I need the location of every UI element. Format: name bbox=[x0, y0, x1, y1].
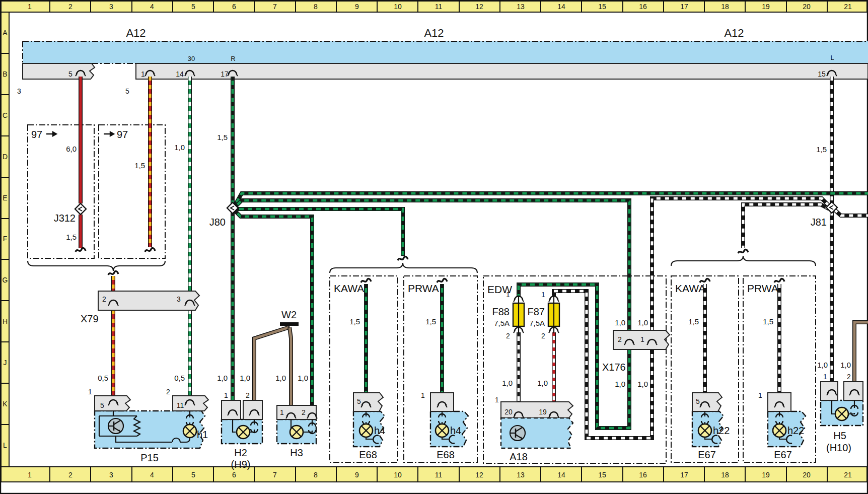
f88-rating: 7,5A bbox=[494, 319, 510, 327]
bottom-ruler-numbers: 1 2 3 4 5 6 7 8 9 10 11 12 13 14 15 16 1… bbox=[28, 471, 852, 479]
h2-pin-2: 2 bbox=[246, 391, 250, 399]
row-letter: G bbox=[3, 276, 8, 284]
h2-label: H2 bbox=[234, 447, 247, 458]
ruler-cell: 15 bbox=[598, 471, 606, 479]
row-letter: J bbox=[4, 359, 7, 367]
transistor-icon bbox=[108, 418, 123, 434]
row-letter: B bbox=[3, 70, 7, 78]
ruler-cell: 10 bbox=[394, 3, 402, 11]
wiring-diagram-page: 1 2 3 4 5 6 7 8 9 10 11 12 13 14 15 16 1… bbox=[0, 0, 868, 494]
ruler-cell: 14 bbox=[557, 471, 565, 479]
lamp-icon bbox=[237, 426, 250, 439]
gauge-label: 1,0 bbox=[537, 379, 548, 387]
gauge-label: 1,0 bbox=[615, 318, 625, 327]
e67-kawa-lamp-label: h22 bbox=[713, 425, 730, 436]
gauge-label: 1,0 bbox=[840, 361, 851, 369]
top-ruler-numbers: 1 2 3 4 5 6 7 8 9 10 11 12 13 14 15 16 1… bbox=[28, 3, 852, 11]
strip-outer-3: 3 bbox=[17, 87, 21, 95]
a18-pin-19: 19 bbox=[539, 408, 547, 416]
p15-label: P15 bbox=[140, 452, 159, 463]
ruler-cell: 11 bbox=[435, 3, 443, 11]
h5-pin-2: 2 bbox=[847, 373, 851, 381]
row-letter: K bbox=[3, 400, 8, 408]
component-w2: W2 bbox=[280, 309, 299, 328]
p15-pin-5: 5 bbox=[100, 401, 104, 409]
row-letter: D bbox=[3, 153, 8, 161]
h2-pin-1: 1 bbox=[224, 391, 228, 399]
gauge-label: 1,5 bbox=[763, 317, 773, 326]
top-ruler-band bbox=[1, 1, 867, 12]
gauge-label: 1,5 bbox=[134, 161, 145, 170]
ruler-cell: 10 bbox=[394, 471, 402, 479]
ruler-cell: 12 bbox=[475, 471, 483, 479]
f87-pin-2: 2 bbox=[541, 332, 545, 340]
f87-label: F87 bbox=[528, 306, 545, 317]
ruler-cell: 3 bbox=[109, 471, 113, 479]
h5-label: H5 bbox=[833, 430, 846, 441]
x79-pin-2: 2 bbox=[102, 295, 106, 303]
gauge-label: 6,0 bbox=[66, 145, 77, 153]
bus-label: A12 bbox=[724, 27, 744, 39]
e68-kawa-pin-5: 5 bbox=[357, 397, 361, 405]
row-letter: H bbox=[3, 317, 8, 325]
transistor-icon bbox=[510, 426, 525, 441]
ruler-cell: 18 bbox=[721, 3, 729, 11]
ruler-cell: 21 bbox=[844, 3, 852, 11]
gauge-label: 0,5 bbox=[174, 374, 185, 382]
strip-pin-5: 5 bbox=[68, 70, 73, 78]
gauge-label: 1,0 bbox=[637, 380, 648, 388]
ruler-cell: 15 bbox=[598, 3, 606, 11]
p15-conn-2: 2 bbox=[166, 388, 170, 396]
ruler-cell: 19 bbox=[762, 471, 770, 479]
p15-lamp-label: h1 bbox=[197, 429, 208, 440]
row-letter: E bbox=[3, 194, 7, 202]
row-letter: C bbox=[3, 111, 8, 119]
e67-prwa-group-label: PRWA bbox=[747, 283, 778, 294]
e68-kawa-group-label: KAWA bbox=[334, 283, 364, 294]
row-letter: A bbox=[3, 29, 8, 37]
ruler-cell: 6 bbox=[232, 471, 236, 479]
ruler-cell: 6 bbox=[232, 3, 236, 11]
e67-prwa-label: E67 bbox=[774, 449, 792, 460]
wire-brown-w2-h3 bbox=[290, 327, 291, 408]
e68-prwa-lamp-label: h4 bbox=[450, 425, 461, 436]
gauge-label: 1,0 bbox=[615, 380, 625, 388]
ruler-cell: 17 bbox=[680, 3, 688, 11]
ruler-cell: 1 bbox=[28, 471, 32, 479]
ruler-cell: 20 bbox=[803, 471, 811, 479]
ruler-cell: 4 bbox=[150, 471, 154, 479]
ruler-cell: 21 bbox=[844, 471, 852, 479]
bus-label: A12 bbox=[424, 27, 444, 39]
gauge-label: 1,0 bbox=[217, 374, 228, 382]
e67-prwa-conn-1: 1 bbox=[758, 391, 762, 399]
a18-conn-1: 1 bbox=[495, 396, 499, 404]
ruler-cell: 11 bbox=[435, 471, 443, 479]
strip-pin-1: 1 bbox=[141, 70, 145, 78]
bus-pin-30: 30 bbox=[188, 55, 195, 62]
gauge-label: 1,0 bbox=[240, 374, 250, 382]
gauge-label: 1,5 bbox=[425, 317, 436, 326]
ruler-cell: 9 bbox=[355, 471, 359, 479]
gauge-label: 1,0 bbox=[817, 361, 828, 369]
gauge-label: 1,0 bbox=[174, 143, 185, 152]
e68-kawa-label: E68 bbox=[359, 449, 377, 460]
f87-rating: 7,5A bbox=[529, 319, 545, 327]
gauge-label: 1,5 bbox=[688, 317, 699, 326]
p15-pin-11: 11 bbox=[177, 401, 184, 409]
gauge-label: 0,5 bbox=[98, 374, 108, 382]
wiring-diagram-canvas: 1 2 3 4 5 6 7 8 9 10 11 12 13 14 15 16 1… bbox=[0, 0, 868, 494]
gauge-label: 1,0 bbox=[502, 379, 513, 387]
lamp-icon bbox=[773, 424, 786, 437]
ruler-cell: 2 bbox=[68, 471, 73, 479]
ruler-cell: 14 bbox=[557, 3, 565, 11]
lamp-icon bbox=[183, 425, 196, 438]
strip-pin-14: 14 bbox=[176, 70, 184, 78]
e67-prwa-lamp-label: h22 bbox=[787, 425, 804, 436]
e67-kawa-pin-5: 5 bbox=[696, 397, 700, 405]
j81-label: J81 bbox=[811, 217, 827, 228]
h2-sub-label: (H9) bbox=[231, 459, 251, 470]
box97-right-label: 97 bbox=[117, 129, 128, 140]
e68-kawa-lamp-label: h4 bbox=[374, 425, 385, 436]
e68-prwa-group-label: PRWA bbox=[408, 283, 439, 294]
ruler-cell: 9 bbox=[355, 3, 359, 11]
